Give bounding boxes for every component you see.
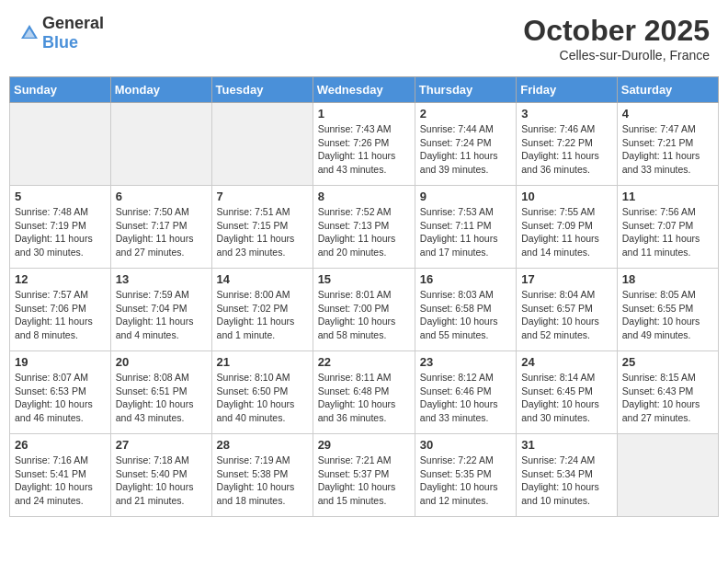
calendar-cell: 9Sunrise: 7:53 AM Sunset: 7:11 PM Daylig… <box>415 186 516 269</box>
day-info: Sunrise: 8:10 AM Sunset: 6:50 PM Dayligh… <box>217 371 308 425</box>
calendar-cell: 11Sunrise: 7:56 AM Sunset: 7:07 PM Dayli… <box>617 186 718 269</box>
calendar-cell <box>110 103 211 186</box>
month-title: October 2025 <box>523 14 710 48</box>
day-number: 1 <box>318 107 410 121</box>
calendar-cell: 4Sunrise: 7:47 AM Sunset: 7:21 PM Daylig… <box>617 103 718 186</box>
calendar-week-row: 26Sunrise: 7:16 AM Sunset: 5:41 PM Dayli… <box>10 434 719 517</box>
day-info: Sunrise: 7:18 AM Sunset: 5:40 PM Dayligh… <box>116 454 207 508</box>
day-number: 5 <box>15 190 106 203</box>
calendar-week-row: 19Sunrise: 8:07 AM Sunset: 6:53 PM Dayli… <box>10 351 719 434</box>
day-number: 26 <box>15 438 106 452</box>
calendar-cell: 20Sunrise: 8:08 AM Sunset: 6:51 PM Dayli… <box>110 351 211 434</box>
day-number: 17 <box>521 272 612 286</box>
day-info: Sunrise: 7:19 AM Sunset: 5:38 PM Dayligh… <box>217 454 308 508</box>
calendar-cell: 28Sunrise: 7:19 AM Sunset: 5:38 PM Dayli… <box>211 434 313 517</box>
day-info: Sunrise: 7:55 AM Sunset: 7:09 PM Dayligh… <box>521 205 612 259</box>
calendar-cell: 5Sunrise: 7:48 AM Sunset: 7:19 PM Daylig… <box>10 186 111 269</box>
day-info: Sunrise: 7:22 AM Sunset: 5:35 PM Dayligh… <box>420 454 511 508</box>
calendar-cell: 16Sunrise: 8:03 AM Sunset: 6:58 PM Dayli… <box>415 269 516 351</box>
calendar-header-row: SundayMondayTuesdayWednesdayThursdayFrid… <box>10 77 719 103</box>
calendar-cell: 17Sunrise: 8:04 AM Sunset: 6:57 PM Dayli… <box>517 269 618 351</box>
day-info: Sunrise: 7:16 AM Sunset: 5:41 PM Dayligh… <box>15 454 106 508</box>
day-info: Sunrise: 7:50 AM Sunset: 7:17 PM Dayligh… <box>116 205 207 259</box>
day-number: 12 <box>15 272 106 286</box>
calendar-cell: 8Sunrise: 7:52 AM Sunset: 7:13 PM Daylig… <box>313 186 415 269</box>
calendar-cell <box>617 434 718 517</box>
day-info: Sunrise: 7:52 AM Sunset: 7:13 PM Dayligh… <box>318 205 410 259</box>
day-number: 10 <box>521 190 612 203</box>
calendar-cell: 23Sunrise: 8:12 AM Sunset: 6:46 PM Dayli… <box>415 351 516 434</box>
calendar-cell <box>10 103 111 186</box>
day-number: 14 <box>217 272 308 286</box>
day-number: 29 <box>318 438 410 452</box>
day-number: 13 <box>116 272 207 286</box>
day-info: Sunrise: 8:14 AM Sunset: 6:45 PM Dayligh… <box>521 371 612 425</box>
day-number: 24 <box>521 355 612 369</box>
calendar-day-header: Friday <box>517 77 618 103</box>
calendar-cell: 29Sunrise: 7:21 AM Sunset: 5:37 PM Dayli… <box>313 434 415 517</box>
calendar-cell: 22Sunrise: 8:11 AM Sunset: 6:48 PM Dayli… <box>313 351 415 434</box>
day-info: Sunrise: 7:47 AM Sunset: 7:21 PM Dayligh… <box>622 122 713 177</box>
calendar-cell: 10Sunrise: 7:55 AM Sunset: 7:09 PM Dayli… <box>517 186 618 269</box>
calendar-cell: 25Sunrise: 8:15 AM Sunset: 6:43 PM Dayli… <box>617 351 718 434</box>
day-number: 4 <box>622 107 713 121</box>
calendar-week-row: 12Sunrise: 7:57 AM Sunset: 7:06 PM Dayli… <box>10 269 719 351</box>
calendar-cell: 2Sunrise: 7:44 AM Sunset: 7:24 PM Daylig… <box>415 103 516 186</box>
day-number: 9 <box>420 190 511 203</box>
day-info: Sunrise: 8:05 AM Sunset: 6:55 PM Dayligh… <box>622 288 713 342</box>
calendar-cell: 1Sunrise: 7:43 AM Sunset: 7:26 PM Daylig… <box>313 103 415 186</box>
calendar-cell: 14Sunrise: 8:00 AM Sunset: 7:02 PM Dayli… <box>211 269 313 351</box>
day-number: 28 <box>217 438 308 452</box>
calendar-week-row: 5Sunrise: 7:48 AM Sunset: 7:19 PM Daylig… <box>10 186 719 269</box>
day-number: 16 <box>420 272 511 286</box>
day-number: 23 <box>420 355 511 369</box>
calendar-cell: 6Sunrise: 7:50 AM Sunset: 7:17 PM Daylig… <box>110 186 211 269</box>
day-number: 27 <box>116 438 207 452</box>
day-info: Sunrise: 7:48 AM Sunset: 7:19 PM Dayligh… <box>15 205 106 259</box>
day-number: 31 <box>521 438 612 452</box>
day-info: Sunrise: 8:08 AM Sunset: 6:51 PM Dayligh… <box>116 371 207 425</box>
calendar-cell: 3Sunrise: 7:46 AM Sunset: 7:22 PM Daylig… <box>517 103 618 186</box>
logo-blue: Blue <box>42 33 78 52</box>
logo: General Blue <box>18 14 104 52</box>
calendar-cell: 24Sunrise: 8:14 AM Sunset: 6:45 PM Dayli… <box>517 351 618 434</box>
logo-icon <box>18 22 40 44</box>
day-info: Sunrise: 7:21 AM Sunset: 5:37 PM Dayligh… <box>318 454 410 508</box>
calendar-cell: 18Sunrise: 8:05 AM Sunset: 6:55 PM Dayli… <box>617 269 718 351</box>
location-subtitle: Celles-sur-Durolle, France <box>523 48 710 63</box>
day-info: Sunrise: 7:53 AM Sunset: 7:11 PM Dayligh… <box>420 205 511 259</box>
calendar-table: SundayMondayTuesdayWednesdayThursdayFrid… <box>9 76 719 517</box>
day-info: Sunrise: 8:03 AM Sunset: 6:58 PM Dayligh… <box>420 288 511 342</box>
day-info: Sunrise: 8:04 AM Sunset: 6:57 PM Dayligh… <box>521 288 612 342</box>
calendar-cell: 15Sunrise: 8:01 AM Sunset: 7:00 PM Dayli… <box>313 269 415 351</box>
day-info: Sunrise: 7:56 AM Sunset: 7:07 PM Dayligh… <box>622 205 713 259</box>
day-number: 7 <box>217 190 308 203</box>
calendar-cell <box>211 103 313 186</box>
day-number: 22 <box>318 355 410 369</box>
calendar-day-header: Tuesday <box>211 77 313 103</box>
calendar-cell: 21Sunrise: 8:10 AM Sunset: 6:50 PM Dayli… <box>211 351 313 434</box>
calendar-day-header: Saturday <box>617 77 718 103</box>
calendar-day-header: Wednesday <box>313 77 415 103</box>
day-number: 8 <box>318 190 410 203</box>
day-number: 20 <box>116 355 207 369</box>
logo-general: General <box>42 14 104 32</box>
calendar-cell: 12Sunrise: 7:57 AM Sunset: 7:06 PM Dayli… <box>10 269 111 351</box>
calendar-cell: 31Sunrise: 7:24 AM Sunset: 5:34 PM Dayli… <box>517 434 618 517</box>
calendar-cell: 27Sunrise: 7:18 AM Sunset: 5:40 PM Dayli… <box>110 434 211 517</box>
title-block: October 2025 Celles-sur-Durolle, France <box>523 14 710 63</box>
calendar-day-header: Monday <box>110 77 211 103</box>
page-header: General Blue October 2025 Celles-sur-Dur… <box>9 9 719 67</box>
day-number: 15 <box>318 272 410 286</box>
day-info: Sunrise: 8:00 AM Sunset: 7:02 PM Dayligh… <box>217 288 308 342</box>
day-info: Sunrise: 7:24 AM Sunset: 5:34 PM Dayligh… <box>521 454 612 508</box>
day-info: Sunrise: 8:15 AM Sunset: 6:43 PM Dayligh… <box>622 371 713 425</box>
calendar-cell: 19Sunrise: 8:07 AM Sunset: 6:53 PM Dayli… <box>10 351 111 434</box>
day-number: 18 <box>622 272 713 286</box>
calendar-day-header: Sunday <box>10 77 111 103</box>
calendar-cell: 7Sunrise: 7:51 AM Sunset: 7:15 PM Daylig… <box>211 186 313 269</box>
day-number: 30 <box>420 438 511 452</box>
day-info: Sunrise: 8:12 AM Sunset: 6:46 PM Dayligh… <box>420 371 511 425</box>
day-info: Sunrise: 8:01 AM Sunset: 7:00 PM Dayligh… <box>318 288 410 342</box>
day-info: Sunrise: 7:57 AM Sunset: 7:06 PM Dayligh… <box>15 288 106 342</box>
